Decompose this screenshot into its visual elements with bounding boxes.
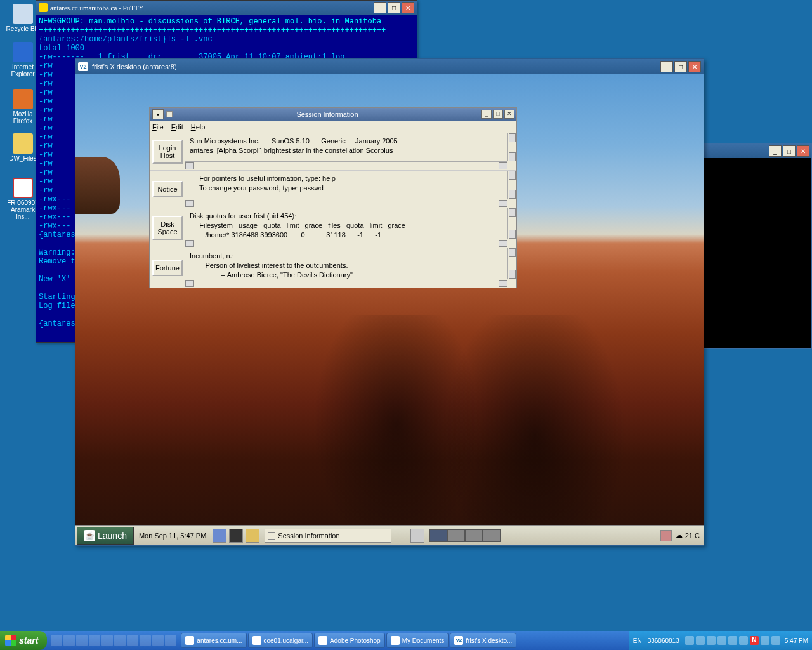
workspace-4[interactable]	[483, 529, 501, 542]
task-label: Adobe Photoshop	[330, 637, 381, 644]
session-menus: File Edit Help	[150, 121, 516, 133]
login-host-button[interactable]: Login Host	[152, 140, 183, 164]
minimize-button[interactable]: _	[481, 110, 492, 119]
cde-panel[interactable]: ☕Launch Mon Sep 11, 5:47 PM Session Info…	[75, 525, 704, 545]
bg-titlebar[interactable]: _ □ ✕	[704, 144, 811, 158]
tray-icon[interactable]	[728, 636, 737, 645]
scrollbar-horizontal[interactable]	[185, 199, 508, 208]
system-tray[interactable]: EN 336060813 N 5:47 PM	[629, 631, 812, 650]
start-button[interactable]: start	[0, 631, 47, 650]
tray-icon-n[interactable]: N	[750, 636, 759, 645]
scrollbar-vertical[interactable]	[508, 133, 516, 161]
ql-icon[interactable]	[89, 635, 100, 646]
label: Mozilla Firefox	[13, 110, 32, 124]
putty-titlebar[interactable]: antares.cc.umanitoba.ca - PuTTY _ □ ✕	[36, 1, 417, 15]
menu-help[interactable]: Help	[191, 123, 206, 131]
close-button[interactable]: ✕	[402, 2, 414, 13]
java-icon: ☕	[84, 530, 95, 541]
tray-icon[interactable]	[739, 636, 748, 645]
fortune-button[interactable]: Fortune	[152, 260, 183, 276]
remote-desktop[interactable]: ▾ Session Information _ □ ✕ File Edit He…	[75, 74, 704, 545]
app-icon: V2	[454, 636, 463, 645]
maximize-button[interactable]: □	[493, 110, 503, 119]
vnc-titlebar[interactable]: V2 frist's X desktop (antares:8) _ □ ✕	[75, 59, 704, 74]
file-manager-icon[interactable]	[246, 529, 259, 543]
weather-icon: ☁	[676, 531, 683, 540]
close-button[interactable]: ✕	[504, 110, 514, 119]
desert-rock	[75, 157, 120, 214]
tray-icon[interactable]	[771, 636, 780, 645]
cde-task-session-info[interactable]: Session Information	[265, 529, 391, 543]
window-menu-button[interactable]: ▾	[152, 109, 164, 119]
ql-icon[interactable]	[51, 635, 62, 646]
background-window[interactable]: _ □ ✕	[703, 143, 812, 349]
tray-icon[interactable]	[707, 636, 716, 645]
login-host-text: Sun Microsystems Inc. SunOS 5.10 Generic…	[187, 135, 514, 157]
tray-icon[interactable]	[761, 636, 769, 645]
minimize-button[interactable]: _	[374, 2, 386, 13]
label: DW_Files	[9, 155, 36, 162]
scrollbar-vertical[interactable]	[508, 208, 516, 239]
disk-space-text: Disk quotas for user frist (uid 454): Fi…	[187, 210, 514, 241]
quick-launch	[51, 635, 176, 646]
clock[interactable]: 5:47 PM	[785, 637, 808, 644]
launch-button[interactable]: ☕Launch	[77, 527, 134, 545]
scrollbar-vertical[interactable]	[508, 171, 516, 199]
workspace-pager[interactable]	[429, 529, 501, 542]
xp-taskbar[interactable]: start antares.cc.um... coe01.ucalgar... …	[0, 631, 812, 650]
scrollbar-horizontal[interactable]	[185, 161, 508, 170]
maximize-button[interactable]: □	[674, 61, 687, 72]
scrollbar-horizontal[interactable]	[185, 239, 508, 248]
scrollbar-vertical[interactable]	[508, 248, 516, 279]
tray-icon[interactable]	[717, 636, 726, 645]
ql-icon[interactable]	[165, 635, 176, 646]
workspace-2[interactable]	[447, 529, 465, 542]
task-label: Session Information	[278, 532, 339, 540]
task-label: frist's X deskto...	[466, 637, 512, 644]
maximize-button[interactable]: □	[388, 2, 400, 13]
workspace-3[interactable]	[465, 529, 483, 542]
printer-icon[interactable]	[410, 529, 424, 543]
ql-icon[interactable]	[76, 635, 88, 646]
fortune-text: Incumbent, n.: Person of liveliest inter…	[187, 250, 514, 281]
taskbar-item-vnc[interactable]: V2frist's X deskto...	[450, 633, 516, 648]
taskbar-item-photoshop[interactable]: Adobe Photoshop	[314, 633, 385, 648]
maximize-button[interactable]: □	[783, 145, 796, 157]
pdf-icon	[13, 178, 33, 198]
window-pin-icon	[166, 111, 173, 117]
disk-space-button[interactable]: Disk Space	[152, 216, 183, 240]
app-icon	[318, 636, 327, 645]
windows-logo-icon	[5, 635, 16, 646]
close-button[interactable]: ✕	[688, 61, 701, 72]
menu-edit[interactable]: Edit	[171, 123, 183, 131]
ql-icon[interactable]	[152, 635, 164, 646]
terminal-icon[interactable]	[229, 529, 243, 543]
taskbar-item-putty[interactable]: antares.cc.um...	[181, 633, 246, 648]
close-button[interactable]: ✕	[797, 145, 809, 157]
ql-icon[interactable]	[114, 635, 126, 646]
ql-icon[interactable]	[127, 635, 138, 646]
launch-label: Launch	[98, 531, 127, 541]
globe-icon[interactable]	[213, 529, 226, 543]
workspace-1[interactable]	[429, 529, 447, 542]
language-indicator[interactable]: EN	[633, 637, 642, 644]
putty-icon	[39, 3, 48, 12]
tray-icon[interactable]	[696, 636, 705, 645]
menu-file[interactable]: File	[152, 123, 164, 131]
notice-button[interactable]: Notice	[152, 181, 183, 197]
session-info-window[interactable]: ▾ Session Information _ □ ✕ File Edit He…	[149, 107, 517, 288]
volume-icon[interactable]	[660, 530, 672, 541]
session-titlebar[interactable]: ▾ Session Information _ □ ✕	[150, 108, 516, 121]
task-label: antares.cc.um...	[197, 637, 242, 644]
minimize-button[interactable]: _	[769, 145, 782, 157]
ql-icon[interactable]	[140, 635, 151, 646]
vnc-window[interactable]: V2 frist's X desktop (antares:8) _ □ ✕ ▾…	[75, 58, 704, 546]
weather-text: 21 C	[685, 532, 700, 540]
scrollbar-horizontal[interactable]	[185, 279, 508, 288]
tray-icon[interactable]	[685, 636, 694, 645]
taskbar-item-coe01[interactable]: coe01.ucalgar...	[248, 633, 313, 648]
ql-icon[interactable]	[63, 635, 75, 646]
minimize-button[interactable]: _	[660, 61, 673, 72]
ql-icon[interactable]	[102, 635, 113, 646]
taskbar-item-mydocs[interactable]: My Documents	[386, 633, 449, 648]
